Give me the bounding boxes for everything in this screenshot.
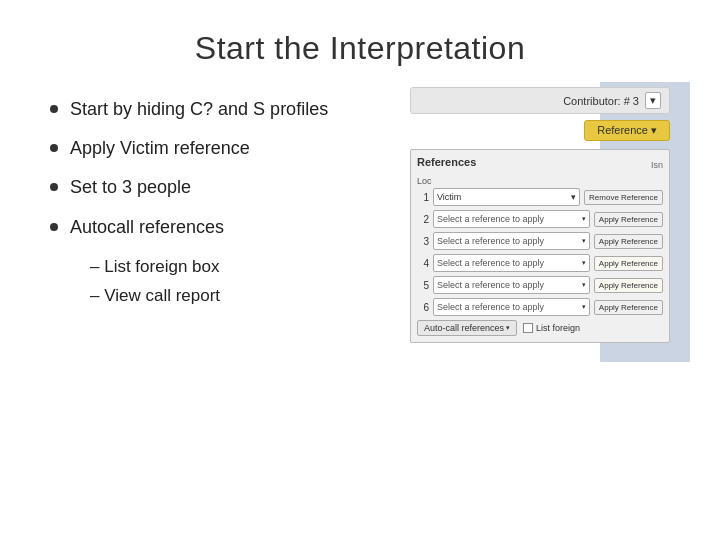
list-foreign-area: List foreign [523,323,580,333]
ref-select-5[interactable]: Select a reference to apply ▾ [433,276,590,294]
list-item: – List foreign box [90,254,390,280]
apply-reference-button-2[interactable]: Apply Reference [594,212,663,227]
reference-button[interactable]: Reference ▾ [584,120,670,141]
ref-select-arrow-2: ▾ [582,215,586,223]
apply-reference-button-6[interactable]: Apply Reference [594,300,663,315]
reference-row-2: 2 Select a reference to apply ▾ Apply Re… [417,210,663,228]
apply-reference-button-5[interactable]: Apply Reference [594,278,663,293]
ref-num-1: 1 [417,192,429,203]
ref-select-6[interactable]: Select a reference to apply ▾ [433,298,590,316]
victim-dropdown[interactable]: Victim ▾ [433,188,580,206]
slide-container: Start the Interpretation Start by hiding… [0,0,720,540]
bullet-dot [50,223,58,231]
bullet-text-1: Start by hiding C? and S profiles [70,97,328,122]
bullets-list: Start by hiding C? and S profiles Apply … [50,97,390,313]
reference-row-3: 3 Select a reference to apply ▾ Apply Re… [417,232,663,250]
list-item: Autocall references [50,215,390,240]
contributor-bar: Contributor: # 3 ▾ [410,87,670,114]
list-foreign-checkbox[interactable] [523,323,533,333]
bullet-text-3: Set to 3 people [70,175,191,200]
sub-bullet-text-1: – List foreign box [90,257,219,276]
ref-select-4[interactable]: Select a reference to apply ▾ [433,254,590,272]
ref-num-5: 5 [417,280,429,291]
bottom-bar: Auto-call references ▾ List foreign [417,320,663,336]
references-box: References Isn Loc 1 Victim ▾ Remove Ref… [410,149,670,343]
list-foreign-label: List foreign [536,323,580,333]
list-item: Start by hiding C? and S profiles [50,97,390,122]
ref-select-arrow-6: ▾ [582,303,586,311]
contributor-dropdown[interactable]: ▾ [645,92,661,109]
ref-select-text-5: Select a reference to apply [437,280,544,290]
ref-num-2: 2 [417,214,429,225]
victim-select-arrow: ▾ [571,192,576,202]
autocall-arrow-icon: ▾ [506,324,510,332]
victim-select-text: Victim [437,192,461,202]
sub-bullets: – List foreign box – View call report [90,254,390,309]
ref-select-arrow-5: ▾ [582,281,586,289]
loc-label: Loc [417,176,663,186]
reference-row-6: 6 Select a reference to apply ▾ Apply Re… [417,298,663,316]
bullet-text-4: Autocall references [70,215,224,240]
ref-select-3[interactable]: Select a reference to apply ▾ [433,232,590,250]
bullet-dot [50,105,58,113]
ref-select-text-3: Select a reference to apply [437,236,544,246]
ref-num-6: 6 [417,302,429,313]
references-title: References [417,156,476,168]
ref-select-2[interactable]: Select a reference to apply ▾ [433,210,590,228]
ref-num-4: 4 [417,258,429,269]
bullet-text-2: Apply Victim reference [70,136,250,161]
apply-reference-button-4[interactable]: Apply Reference [594,256,663,271]
apply-reference-button-3[interactable]: Apply Reference [594,234,663,249]
isn-label: Isn [651,160,663,170]
ref-select-text-4: Select a reference to apply [437,258,544,268]
autocall-references-button[interactable]: Auto-call references ▾ [417,320,517,336]
list-item: – View call report [90,283,390,309]
list-item: Set to 3 people [50,175,390,200]
remove-reference-button[interactable]: Remove Reference [584,190,663,205]
contributor-label: Contributor: # 3 [563,95,639,107]
list-item: Apply Victim reference [50,136,390,161]
ref-select-text-2: Select a reference to apply [437,214,544,224]
bullet-dot [50,144,58,152]
reference-row-1: 1 Victim ▾ Remove Reference [417,188,663,206]
sub-bullet-text-2: – View call report [90,286,220,305]
reference-row-4: 4 Select a reference to apply ▾ Apply Re… [417,254,663,272]
autocall-button-label: Auto-call references [424,323,504,333]
content-area: Start by hiding C? and S profiles Apply … [50,97,670,343]
ref-select-text-6: Select a reference to apply [437,302,544,312]
slide-title: Start the Interpretation [50,30,670,67]
reference-row-5: 5 Select a reference to apply ▾ Apply Re… [417,276,663,294]
ref-num-3: 3 [417,236,429,247]
ui-panel: Contributor: # 3 ▾ Reference ▾ Reference… [410,87,670,343]
panel-inner: Contributor: # 3 ▾ Reference ▾ Reference… [410,87,670,343]
bullet-dot [50,183,58,191]
ref-select-arrow-4: ▾ [582,259,586,267]
ref-select-arrow-3: ▾ [582,237,586,245]
